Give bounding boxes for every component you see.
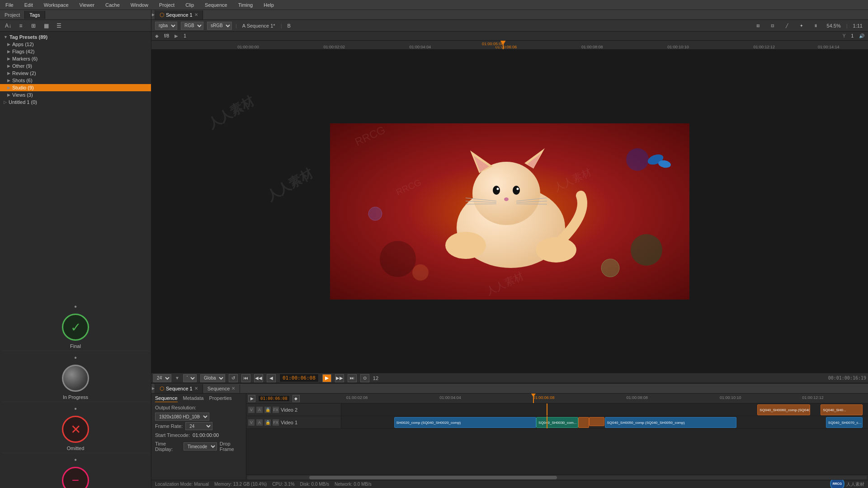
time-display-select[interactable]: Timecode: [184, 442, 217, 450]
menu-timing[interactable]: Timing: [236, 1, 255, 9]
timeline-scrollbar[interactable]: [246, 474, 868, 480]
viewer-btn-1[interactable]: ⊞: [753, 21, 764, 30]
grid-icon[interactable]: ⊞: [28, 21, 39, 30]
track-video2-fx[interactable]: FX: [273, 407, 279, 413]
timeline-tab-seq1[interactable]: ⬡ Sequence 1 ✕: [155, 384, 203, 393]
tl-tab-metadata[interactable]: Metadata: [183, 395, 204, 402]
frame-rate-select[interactable]: 24*: [153, 374, 171, 382]
tag-inprogress-icon[interactable]: [62, 365, 89, 392]
ruler-mark-5: 01:00:10:10: [667, 45, 689, 49]
frame-rate-select-prop[interactable]: 24: [185, 422, 212, 430]
track-video2-vis[interactable]: V: [248, 407, 255, 413]
clip-video2-2[interactable]: SQ040_SH0...: [821, 404, 863, 415]
tree-item-studio[interactable]: ▶Studio (9): [0, 84, 151, 91]
clip-video2-1[interactable]: SQ040_SH0060_comp (SQ040_SH0060...: [757, 404, 810, 415]
tree-item-markers[interactable]: ▶Markers (6): [0, 55, 151, 62]
tree-item-views[interactable]: ▶Views (3): [0, 91, 151, 99]
transport-loop[interactable]: ⊙: [360, 374, 369, 382]
tc-select[interactable]: TC: [183, 374, 197, 382]
menu-project[interactable]: Project: [157, 1, 176, 9]
transport-next[interactable]: ▶▶: [335, 374, 344, 382]
transport-prev-frame[interactable]: ◀◀: [254, 374, 263, 382]
clip-video1-2[interactable]: SQ040_SH0030_com...: [536, 417, 578, 428]
menu-file[interactable]: File: [4, 1, 15, 9]
tag-omitted-label: Omitted: [67, 446, 85, 451]
tl-tab-properties[interactable]: Properties: [209, 395, 231, 402]
track-video1-playhead: [547, 416, 547, 428]
tag-omitted-icon[interactable]: ✕: [62, 416, 89, 443]
track-video2-lock[interactable]: 🔒: [264, 407, 271, 413]
menu-sequence[interactable]: Sequence: [203, 1, 229, 9]
track-video1-vis[interactable]: V: [248, 419, 255, 426]
viewer-tab-close[interactable]: ✕: [194, 12, 198, 17]
sequence-selector[interactable]: A Sequence 1*: [241, 22, 277, 29]
track-video1-fx[interactable]: FX: [273, 419, 279, 426]
clip-video1-1[interactable]: SH0020_comp (SQ040_SH0020_comp): [394, 417, 537, 428]
tag-final-icon[interactable]: ✓: [62, 314, 89, 341]
tree-item-apps[interactable]: ▶Apps (12): [0, 41, 151, 48]
menu-icon[interactable]: ☰: [53, 21, 64, 30]
watermark-1: 人人素材: [205, 93, 257, 133]
clip-video1-5[interactable]: SQ040_SH0050_comp (SQ040_SH0050_comp): [605, 417, 736, 428]
menu-window[interactable]: Window: [129, 1, 150, 9]
menu-viewer[interactable]: Viewer: [78, 1, 96, 9]
timeline-tab-seq-close[interactable]: ✕: [231, 386, 235, 391]
tab-project[interactable]: Project: [0, 11, 25, 19]
transport-end[interactable]: ⏭: [348, 374, 357, 382]
viewer-tab-sequence1[interactable]: ⬡ Sequence 1 ✕: [155, 10, 203, 19]
transport-prev[interactable]: ◀: [267, 374, 276, 382]
clip-video1-3[interactable]: [578, 417, 589, 428]
track-video1-lock[interactable]: 🔒: [264, 419, 271, 426]
transport-start[interactable]: ⏮: [241, 374, 250, 382]
tree-item-other[interactable]: ▶Other (9): [0, 62, 151, 70]
aperture-value: f/8: [164, 33, 169, 38]
gamma-select[interactable]: sRGB: [207, 22, 232, 30]
audio-icon[interactable]: 🔊: [859, 33, 864, 38]
time-display-label: Time Display:: [155, 441, 181, 452]
left-panel-tabs: Project Tags: [0, 10, 151, 20]
track-video1-audio[interactable]: A: [256, 419, 263, 426]
menu-clip[interactable]: Clip: [184, 1, 196, 9]
clip-video1-4[interactable]: [589, 417, 605, 426]
viewer-btn-2[interactable]: ⊟: [767, 21, 778, 30]
tag-omitted: • ✕ Omitted: [2, 402, 149, 453]
tree-item-flags[interactable]: ▶Flags (42): [0, 48, 151, 55]
tree-item-untitled[interactable]: ▷Untitled 1 (0): [0, 99, 151, 106]
tl-tab-sequence[interactable]: Sequence: [155, 395, 178, 402]
color-mode-select[interactable]: rgbargb: [155, 22, 177, 30]
seq1-icon: ⬡: [160, 385, 164, 392]
tab-tags[interactable]: Tags: [25, 11, 45, 19]
status-cpu: CPU: 3.1%: [272, 482, 294, 487]
tag-onhold-icon[interactable]: −: [62, 467, 89, 488]
menu-workspace[interactable]: Workspace: [42, 1, 71, 9]
timeline-section: ▶ ⬡ Sequence 1 ✕ Sequence ✕ Sequence: [151, 383, 868, 480]
loop-icon[interactable]: ↺: [229, 374, 238, 382]
global-select[interactable]: Global: [200, 374, 225, 382]
tree-item-review[interactable]: ▶Review (2): [0, 70, 151, 77]
tl-marker-btn[interactable]: ◆: [292, 395, 300, 402]
tl-play-btn[interactable]: ▶: [248, 395, 255, 402]
tree-item-shots[interactable]: ▶Shots (6): [0, 77, 151, 84]
timeline-tab-seq1-close[interactable]: ✕: [194, 386, 198, 391]
start-timecode-label: Start Timecode:: [155, 432, 190, 438]
viewer-btn-3[interactable]: ╱: [782, 21, 793, 30]
track-video2-audio[interactable]: A: [256, 407, 263, 413]
list-icon[interactable]: ≡: [15, 21, 26, 30]
tag-inprogress: • In Progress: [2, 351, 149, 402]
clip-video1-6[interactable]: SQ040_SH0070_c...: [826, 417, 863, 428]
menu-cache[interactable]: Cache: [104, 1, 122, 9]
left-panel: Project Tags A↓ ≡ ⊞ ▦ ☰ ▼ Tag Presets (8…: [0, 10, 151, 488]
viewer-btn-pause[interactable]: ⏸: [811, 21, 821, 30]
time-display: 1:11: [851, 22, 864, 29]
channel-select[interactable]: RGB: [181, 22, 203, 30]
menu-help[interactable]: Help: [262, 1, 276, 9]
viewer-btn-4[interactable]: ✦: [796, 21, 807, 30]
filter-icon[interactable]: ▦: [41, 21, 52, 30]
menu-edit[interactable]: Edit: [23, 1, 35, 9]
transport-play[interactable]: ▶: [322, 374, 331, 382]
timeline-tabs: ▶ ⬡ Sequence 1 ✕ Sequence ✕: [151, 384, 868, 394]
timeline-tab-seq[interactable]: Sequence ✕: [203, 385, 241, 393]
output-resolution-select[interactable]: 868x488 HD_1080: [155, 413, 209, 421]
scrollbar-thumb[interactable]: [309, 476, 557, 479]
sort-icon[interactable]: A↓: [3, 21, 14, 30]
